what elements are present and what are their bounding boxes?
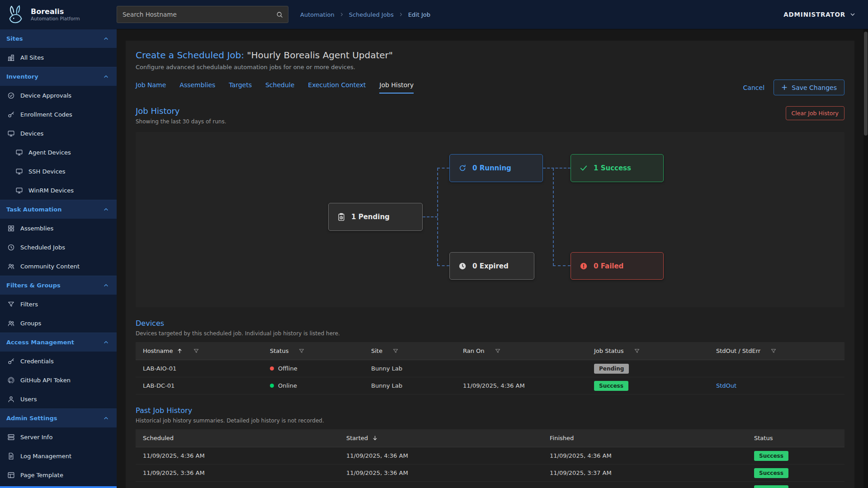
sidebar-item-agent-devices[interactable]: Agent Devices xyxy=(0,143,117,162)
app-logo-area[interactable]: Borealis Automation Platform xyxy=(0,4,117,25)
node-running[interactable]: 0 Running xyxy=(449,154,543,182)
filter-funnel-icon[interactable] xyxy=(392,348,399,354)
running-sync-icon xyxy=(458,164,467,173)
monitor-icon xyxy=(15,187,23,194)
breadcrumb-automation[interactable]: Automation xyxy=(300,11,335,18)
sidebar-section-sites[interactable]: Sites xyxy=(0,29,117,48)
key-icon xyxy=(7,357,15,365)
server-icon xyxy=(7,433,15,441)
connector-line xyxy=(543,168,571,169)
sidebar-item-label: Page Template xyxy=(20,472,63,479)
scrollbar-thumb[interactable] xyxy=(864,32,868,136)
sidebar-item-server-info[interactable]: Server Info xyxy=(0,427,117,446)
search-input[interactable] xyxy=(123,11,276,18)
filter-funnel-icon[interactable] xyxy=(495,348,501,354)
template-icon xyxy=(7,471,15,479)
sidebar-item-label: Users xyxy=(20,396,37,403)
tab-schedule[interactable]: Schedule xyxy=(265,81,294,94)
user-menu[interactable]: ADMINISTRATOR xyxy=(783,11,856,18)
col-job-status: Job Status xyxy=(594,347,624,354)
sidebar-item-enrollment-codes[interactable]: Enrollment Codes xyxy=(0,105,117,124)
vertical-scrollbar[interactable] xyxy=(863,29,868,488)
top-bar: Borealis Automation Platform Automation … xyxy=(0,0,868,29)
sidebar-section-inventory[interactable]: Inventory xyxy=(0,67,117,86)
sidebar-item-label: Device Approvals xyxy=(20,92,71,99)
monitor-icon xyxy=(15,149,23,156)
cell-ran-on: 11/09/2025, 4:36 AM xyxy=(463,382,594,389)
connector-line xyxy=(437,265,449,266)
sidebar-item-scheduled-jobs[interactable]: Scheduled Jobs xyxy=(0,238,117,257)
stdout-link[interactable]: StdOut xyxy=(716,382,736,389)
chevron-up-icon xyxy=(103,282,109,289)
online-status-dot xyxy=(270,384,274,388)
filter-funnel-icon[interactable] xyxy=(634,348,640,354)
sidebar-item-winrm-devices[interactable]: WinRM Devices xyxy=(0,181,117,200)
col-stdout-stderr: StdOut / StdErr xyxy=(716,347,760,354)
table-row: 11/09/2025, 4:36 AM 11/09/2025, 4:36 AM … xyxy=(136,447,844,465)
approval-globe-check-icon xyxy=(7,92,15,99)
chevron-up-icon xyxy=(103,415,109,422)
sidebar-item-assemblies[interactable]: Assemblies xyxy=(0,219,117,238)
sidebar-item-filters[interactable]: Filters xyxy=(0,295,117,314)
sidebar-item-github-api-token[interactable]: GitHub API Token xyxy=(0,371,117,389)
sidebar-item-page-template[interactable]: Page Template xyxy=(0,465,117,484)
tab-job-name[interactable]: Job Name xyxy=(136,81,166,94)
sidebar-item-label: Agent Devices xyxy=(28,149,71,156)
sidebar-item-users[interactable]: Users xyxy=(0,389,117,408)
past-jobs-table-header: Scheduled Started Finished Status xyxy=(136,429,844,447)
breadcrumb-scheduled-jobs[interactable]: Scheduled Jobs xyxy=(349,11,394,18)
sidebar-item-label: Enrollment Codes xyxy=(20,111,72,118)
sort-asc-icon[interactable] xyxy=(176,347,183,354)
hostname-search[interactable] xyxy=(117,6,288,23)
tab-assemblies[interactable]: Assemblies xyxy=(179,81,215,94)
sidebar-item-community-content[interactable]: Community Content xyxy=(0,257,117,276)
sidebar-item-all-sites[interactable]: All Sites xyxy=(0,48,117,67)
node-expired[interactable]: 0 Expired xyxy=(449,252,534,280)
filter-funnel-icon[interactable] xyxy=(298,348,305,354)
cell-status: Online xyxy=(278,382,297,389)
tab-targets[interactable]: Targets xyxy=(229,81,252,94)
col-hostname: Hostname xyxy=(143,347,173,354)
clear-job-history-button[interactable]: Clear Job History xyxy=(786,106,844,120)
filter-funnel-icon[interactable] xyxy=(770,348,777,354)
cell-finished: 11/09/2025, 3:37 AM xyxy=(550,469,754,476)
sidebar-section-task-automation[interactable]: Task Automation xyxy=(0,200,117,219)
people-icon xyxy=(7,319,15,327)
sidebar-section-admin-settings[interactable]: Admin Settings xyxy=(0,408,117,427)
sort-desc-icon[interactable] xyxy=(372,435,378,441)
node-success[interactable]: 1 Success xyxy=(571,154,664,182)
node-failed[interactable]: 0 Failed xyxy=(571,252,664,280)
sidebar-item-label: Log Management xyxy=(20,453,71,460)
cancel-button[interactable]: Cancel xyxy=(743,84,764,91)
save-changes-button[interactable]: + Save Changes xyxy=(774,80,844,95)
sidebar-section-filters-groups[interactable]: Filters & Groups xyxy=(0,276,117,295)
clock-icon xyxy=(7,244,15,251)
connector-line xyxy=(437,168,438,266)
sidebar-item-device-approvals[interactable]: Device Approvals xyxy=(0,86,117,105)
sidebar: Sites All Sites Inventory Device Approva… xyxy=(0,29,117,488)
node-label: 0 Expired xyxy=(472,262,509,270)
page-subtitle: Configure advanced schedulable automatio… xyxy=(136,64,844,70)
sidebar-item-groups[interactable]: Groups xyxy=(0,314,117,333)
past-jobs-table: Scheduled Started Finished Status 11/09/… xyxy=(136,429,844,488)
sidebar-item-label: GitHub API Token xyxy=(20,377,71,384)
past-job-history-subheading: Historical job history summaries. Detail… xyxy=(136,418,844,424)
chevron-right-icon xyxy=(339,12,344,17)
sidebar-item-label: Groups xyxy=(20,320,41,327)
sidebar-section-access-management[interactable]: Access Management xyxy=(0,333,117,352)
sidebar-item-credentials[interactable]: Credentials xyxy=(0,352,117,371)
filter-funnel-icon[interactable] xyxy=(193,348,199,354)
sidebar-item-ssh-devices[interactable]: SSH Devices xyxy=(0,162,117,181)
tab-execution-context[interactable]: Execution Context xyxy=(308,81,366,94)
page-title: Create a Scheduled Job: "Hourly Borealis… xyxy=(136,50,844,61)
edit-job-card: Create a Scheduled Job: "Hourly Borealis… xyxy=(126,41,854,488)
sidebar-item-devices[interactable]: Devices xyxy=(0,124,117,143)
cell-hostname: LAB-AIO-01 xyxy=(143,365,270,372)
search-icon xyxy=(276,11,283,19)
node-label: 0 Running xyxy=(472,164,511,172)
node-pending[interactable]: 1 Pending xyxy=(328,203,423,231)
app-subtitle: Automation Platform xyxy=(31,16,80,21)
sidebar-item-log-management[interactable]: Log Management xyxy=(0,446,117,465)
connector-line xyxy=(553,265,571,266)
tab-job-history[interactable]: Job History xyxy=(379,81,414,94)
